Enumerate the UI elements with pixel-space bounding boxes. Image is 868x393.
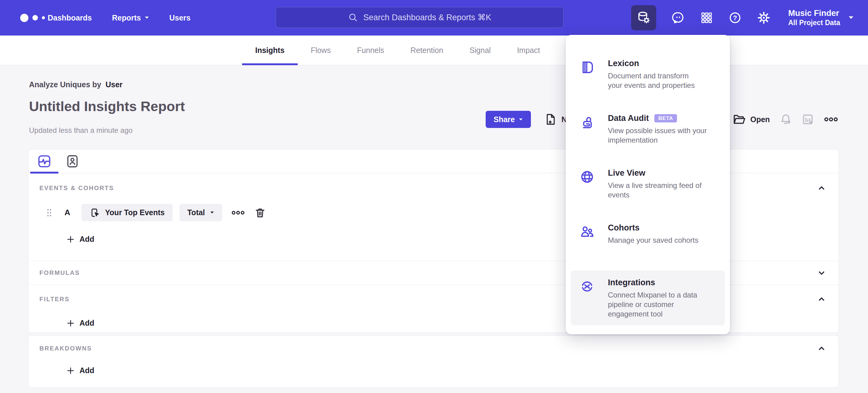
aggregation-label: Total [187,208,205,217]
tab-impact[interactable]: Impact [504,35,553,65]
menu-item-lexicon[interactable]: Lexicon Document and transform your even… [570,51,725,106]
create-alert-button[interactable] [779,111,792,128]
menu-item-text: Live View View a live streaming feed of … [608,168,717,216]
tab-funnels[interactable]: Funnels [344,35,397,65]
series-letter: A [64,208,70,217]
chevron-down-icon [145,16,149,19]
waveform-icon [37,154,52,169]
add-breakdown-button[interactable]: Add [66,366,828,375]
more-dots-icon [824,116,838,123]
breakdowns-section-header: BREAKDOWNS [39,342,828,355]
tab-events-view[interactable] [30,149,58,173]
beta-badge: BETA [654,114,677,122]
tab-funnels-label: Funnels [357,46,384,55]
menu-item-description: View a live streaming feed of events [608,180,717,200]
events-section-label: EVENTS & COHORTS [39,185,114,192]
nav-reports[interactable]: Reports [112,13,149,22]
menu-item-live-view[interactable]: Live View View a live streaming feed of … [570,161,725,216]
nav-users[interactable]: Users [169,13,191,22]
collapse-breakdowns-chevron-up-icon[interactable] [815,342,828,355]
primary-nav: Dashboards Reports Users [48,0,190,35]
search-icon [348,12,358,22]
aggregation-selector[interactable]: Total [179,204,222,221]
menu-item-text: Cohorts Manage your saved cohorts [608,223,717,271]
breakdowns-section-label: BREAKDOWNS [39,345,92,352]
collapse-events-chevron-up-icon[interactable] [815,182,828,194]
search-input[interactable]: Search Dashboards & Reports ⌘K [276,7,564,28]
menu-item-description: Connect Mixpanel to a data pipeline or c… [608,290,717,319]
search-placeholder: Search Dashboards & Reports ⌘K [363,12,492,22]
chevron-down-icon [848,16,854,20]
menu-item-title: Integrations [608,278,655,287]
row-more-dots-icon[interactable] [231,209,245,216]
new-document-icon [544,113,557,126]
add-breakdown-label: Add [80,366,94,375]
apps-grid-icon[interactable] [700,11,713,24]
open-folder-icon [732,113,746,126]
analyze-by-selector[interactable]: User [105,80,123,89]
menu-item-description: Manage your saved cohorts [608,235,717,245]
profile-card-icon [65,154,80,169]
delete-row-trash-icon[interactable] [254,206,266,219]
add-to-dashboard-button[interactable] [801,111,814,128]
data-management-button[interactable] [631,5,656,30]
tab-flows[interactable]: Flows [298,35,344,65]
tab-insights-label: Insights [255,46,284,55]
menu-item-data-audit[interactable]: Data Audit BETA View possible issues wit… [570,106,725,161]
nav-dashboards[interactable]: Dashboards [48,13,92,22]
event-selector-label: Your Top Events [105,208,165,217]
tab-retention-label: Retention [410,46,443,55]
tab-insights[interactable]: Insights [242,35,298,65]
menu-item-text: Data Audit BETA View possible issues wit… [608,114,717,161]
database-gear-icon [637,11,651,25]
filters-section-label: FILTERS [39,296,70,303]
page-title[interactable]: Untitled Insights Report [29,99,185,114]
board-plus-icon [801,113,814,126]
collapse-filters-chevron-up-icon[interactable] [815,293,828,305]
help-icon[interactable]: ? [728,11,742,25]
lexicon-book-icon [580,60,594,75]
menu-item-title: Lexicon [608,59,639,68]
add-event-label: Add [80,235,94,244]
nav-dashboards-label: Dashboards [48,13,92,22]
mixpanel-logo[interactable] [20,0,45,35]
drag-handle[interactable] [46,208,52,217]
nav-reports-label: Reports [112,13,141,22]
menu-item-integrations[interactable]: Integrations Connect Mixpanel to a data … [570,271,725,325]
tab-retention[interactable]: Retention [397,35,456,65]
menu-item-title: Cohorts [608,223,640,233]
data-audit-lock-icon [580,115,594,130]
analyze-uniques-label: Analyze Uniques by [29,80,101,89]
plus-icon [66,235,75,244]
integrations-sync-icon [580,279,594,294]
live-view-globe-icon [580,170,594,184]
bell-plus-icon [779,113,792,126]
menu-item-title: Live View [608,168,646,178]
report-tabbar: Insights Flows Funnels Retention Signal … [0,35,868,65]
project-name: Music Finder [788,8,840,18]
settings-gear-icon[interactable] [757,11,771,25]
chevron-down-icon [519,118,523,121]
expand-formulas-chevron-down-icon[interactable] [815,267,828,279]
open-label: Open [750,115,770,124]
menu-item-text: Integrations Connect Mixpanel to a data … [608,278,717,325]
cohorts-users-icon [580,224,594,239]
project-selector[interactable]: Music Finder All Project Data [788,8,854,27]
svg-text:?: ? [733,14,737,22]
breakdowns-card: BREAKDOWNS Add [28,335,839,388]
menu-item-cohorts[interactable]: Cohorts Manage your saved cohorts [570,216,725,271]
open-report-button[interactable]: Open [732,111,770,128]
more-actions-button[interactable] [824,111,838,128]
breadcrumb: Analyze Uniques by User [29,80,123,89]
tab-profiles-view[interactable] [58,149,87,173]
project-scope: All Project Data [788,18,840,27]
plus-icon [66,319,75,328]
menu-item-description: Document and transform your events and p… [608,71,717,90]
event-selector[interactable]: Your Top Events [81,204,173,221]
menu-item-text: Lexicon Document and transform your even… [608,59,717,106]
navbar-right: ? Music Finder All P [631,0,854,35]
share-button[interactable]: Share [486,111,531,128]
tab-flows-label: Flows [311,46,331,55]
tab-signal[interactable]: Signal [456,35,504,65]
feedback-icon[interactable] [672,11,685,25]
